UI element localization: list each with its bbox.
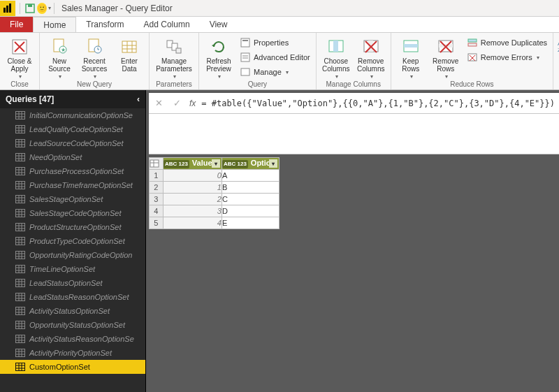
row-header[interactable]: 3 — [149, 194, 163, 205]
save-icon[interactable] — [23, 1, 37, 16]
filter-dropdown-icon[interactable]: ▾ — [212, 159, 220, 168]
queries-header[interactable]: Queries [47] ‹ — [0, 90, 145, 108]
queries-panel: Queries [47] ‹ InitialCommunicationOptio… — [0, 90, 146, 392]
queries-list: InitialCommunicationOptionSeLeadQualityC… — [0, 108, 145, 392]
query-item[interactable]: TimeLineOptionSet — [0, 262, 145, 276]
properties-button[interactable]: Properties — [237, 36, 313, 50]
table-row[interactable]: 43D — [149, 205, 279, 217]
tab-add-column[interactable]: Add Column — [134, 17, 200, 32]
sort-asc-button[interactable]: AZ — [556, 34, 559, 57]
svg-rect-0 — [3, 8, 6, 13]
fx-icon[interactable]: fx — [189, 99, 196, 108]
svg-rect-74 — [16, 196, 25, 203]
query-item[interactable]: InitialCommunicationOptionSe — [0, 108, 145, 122]
svg-rect-59 — [16, 154, 25, 161]
svg-rect-94 — [16, 252, 25, 259]
advanced-editor-button[interactable]: Advanced Editor — [237, 50, 313, 64]
cell-value[interactable]: 0 — [163, 170, 222, 182]
row-header[interactable]: 5 — [149, 217, 163, 229]
remove-errors-button[interactable]: Remove Errors▾ — [464, 50, 550, 64]
feedback-smiley-icon[interactable]: 🙂▾ — [37, 1, 51, 16]
query-item[interactable]: ActivityStatusReasonOptionSe — [0, 332, 145, 346]
cancel-formula-icon[interactable]: ✕ — [153, 97, 166, 110]
app-icon — [0, 1, 15, 16]
manage-icon — [240, 66, 251, 78]
query-item[interactable]: ActivityPriorityOptionSet — [0, 346, 145, 360]
recent-sources-button[interactable]: Recent Sources▾ — [78, 34, 111, 80]
query-item[interactable]: OpportunityRatingCodeOption — [0, 248, 145, 262]
choose-columns-button[interactable]: Choose Columns▾ — [319, 34, 353, 80]
remove-duplicates-icon — [467, 37, 478, 48]
enter-data-button[interactable]: Enter Data — [112, 34, 146, 80]
cell-option[interactable]: D — [222, 205, 279, 217]
column-header-value[interactable]: ABC 123Value ▾ — [163, 158, 222, 170]
svg-rect-35 — [468, 54, 477, 61]
advanced-editor-icon — [240, 52, 251, 63]
ribbon-group-close: Close & Apply▾ Close — [0, 33, 40, 89]
cell-value[interactable]: 1 — [163, 182, 222, 194]
properties-icon — [240, 37, 251, 48]
table-row[interactable]: 32C — [149, 194, 279, 205]
cell-value[interactable]: 4 — [163, 217, 222, 229]
collapse-chevron-icon[interactable]: ‹ — [137, 94, 140, 104]
svg-rect-69 — [16, 182, 25, 189]
commit-formula-icon[interactable]: ✓ — [171, 97, 184, 110]
manage-parameters-button[interactable]: Manage Parameters▾ — [152, 34, 196, 80]
remove-duplicates-button[interactable]: Remove Duplicates — [464, 36, 550, 50]
query-item[interactable]: SalesStageOptionSet — [0, 192, 145, 206]
svg-rect-109 — [16, 293, 25, 301]
ribbon-group-manage-columns: Choose Columns▾ Remove Columns▾ Manage C… — [317, 33, 391, 89]
query-item[interactable]: ProductStructureOptionSet — [0, 220, 145, 234]
ribbon-group-sort: AZ ZA Sort — [553, 33, 559, 89]
ribbon-group-reduce-rows: Keep Rows▾ Remove Rows▾ Remove Duplicate… — [391, 33, 553, 89]
tab-home[interactable]: Home — [33, 17, 76, 32]
cell-option[interactable]: C — [222, 194, 279, 205]
svg-rect-64 — [16, 168, 25, 175]
new-source-button[interactable]: ★ New Source▾ — [43, 34, 76, 80]
table-row[interactable]: 54E — [149, 217, 279, 229]
tab-transform[interactable]: Transform — [76, 17, 133, 32]
filter-dropdown-icon[interactable]: ▾ — [269, 159, 277, 168]
table-row[interactable]: 10A — [149, 170, 279, 182]
query-item[interactable]: PurchaseTimeframeOptionSet — [0, 178, 145, 192]
refresh-preview-button[interactable]: Refresh Preview▾ — [202, 34, 235, 80]
query-item[interactable]: LeadQualityCodeOptionSet — [0, 122, 145, 136]
query-item[interactable]: ProductTypeCodeOptionSet — [0, 234, 145, 248]
query-item[interactable]: LeadStatusOptionSet — [0, 276, 145, 290]
query-item[interactable]: OpportunityStatusOptionSet — [0, 318, 145, 332]
svg-rect-11 — [122, 41, 136, 52]
query-item[interactable]: PurchaseProcessOptionSet — [0, 164, 145, 178]
query-item[interactable]: NeedOptionSet — [0, 150, 145, 164]
row-header[interactable]: 4 — [149, 205, 163, 217]
query-item[interactable]: LeadStatusReasonOptionSet — [0, 290, 145, 304]
row-header[interactable]: 2 — [149, 182, 163, 194]
remove-rows-icon — [436, 37, 456, 57]
remove-rows-button[interactable]: Remove Rows▾ — [429, 34, 463, 80]
cell-value[interactable]: 2 — [163, 194, 222, 205]
row-header[interactable]: 1 — [149, 170, 163, 182]
query-item[interactable]: ActivityStatusOptionSet — [0, 304, 145, 318]
svg-rect-54 — [16, 140, 25, 147]
cell-option[interactable]: E — [222, 217, 279, 229]
ribbon-group-parameters: Manage Parameters▾ Parameters — [150, 33, 199, 89]
remove-columns-button[interactable]: Remove Columns▾ — [354, 34, 388, 80]
table-row[interactable]: 21B — [149, 182, 279, 194]
remove-columns-icon — [361, 37, 381, 57]
query-item[interactable]: SalesStageCodeOptionSet — [0, 206, 145, 220]
cell-option[interactable]: B — [222, 182, 279, 194]
keep-rows-button[interactable]: Keep Rows▾ — [394, 34, 428, 80]
window-title: Sales Manager - Query Editor — [61, 3, 173, 13]
manage-button[interactable]: Manage▾ — [237, 65, 313, 79]
cell-option[interactable]: A — [222, 170, 279, 182]
tab-view[interactable]: View — [200, 17, 238, 32]
divider — [54, 3, 55, 14]
column-header-option[interactable]: ABC 123Option ▾ — [222, 158, 279, 170]
query-item[interactable]: LeadSourceCodeOptionSet — [0, 136, 145, 150]
table-corner-icon[interactable] — [149, 158, 163, 170]
query-item[interactable]: CustomOptionSet — [0, 360, 145, 374]
svg-rect-26 — [333, 41, 338, 52]
tab-file[interactable]: File — [0, 17, 33, 32]
cell-value[interactable]: 3 — [163, 205, 222, 217]
formula-text[interactable]: = #table({"Value","Option"},{{0,"A"},{1,… — [201, 99, 555, 108]
close-and-apply-button[interactable]: Close & Apply▾ — [3, 34, 36, 80]
